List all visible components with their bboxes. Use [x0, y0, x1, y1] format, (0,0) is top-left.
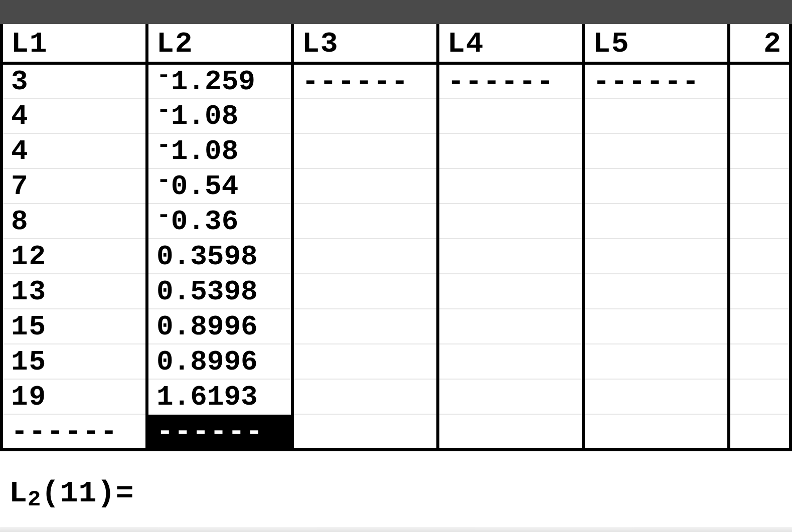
cell-L5[interactable]: [583, 239, 729, 274]
cell-L3[interactable]: [292, 204, 438, 239]
cell-L1[interactable]: 8: [2, 204, 147, 239]
table-row: ------------: [2, 414, 790, 449]
cell-L4[interactable]: [438, 274, 583, 309]
table-row: 7-0.54: [2, 168, 790, 204]
row-indicator-cell: [729, 168, 790, 204]
cell-L4[interactable]: ------: [438, 63, 583, 98]
cell-L3[interactable]: [292, 98, 438, 133]
table-row: 150.8996: [2, 309, 790, 344]
row-indicator-cell: [729, 414, 790, 449]
cell-L2[interactable]: 0.5398: [147, 274, 292, 309]
list-editor-screen: L1 L2 L3 L4 L5 2 3-1.259----------------…: [0, 24, 792, 510]
table-row: 120.3598: [2, 239, 790, 274]
cell-L4[interactable]: [438, 309, 583, 344]
cell-L5[interactable]: [583, 98, 729, 133]
row-indicator-cell: [729, 133, 790, 168]
cell-L3[interactable]: [292, 168, 438, 204]
entry-list-name: L2: [9, 476, 41, 510]
cell-L5[interactable]: ------: [583, 63, 729, 98]
cell-L1[interactable]: 15: [2, 344, 147, 379]
table-row: 191.6193: [2, 379, 790, 414]
cell-L2[interactable]: 1.6193: [147, 379, 292, 414]
col-header-L4[interactable]: L4: [438, 24, 583, 63]
cell-L2[interactable]: 0.3598: [147, 239, 292, 274]
row-indicator-cell: [729, 274, 790, 309]
cell-L3[interactable]: ------: [292, 63, 438, 98]
cell-L2[interactable]: -0.54: [147, 168, 292, 204]
cell-L1[interactable]: 4: [2, 98, 147, 133]
cursor-cell[interactable]: ------: [147, 414, 292, 449]
entry-index: 11: [60, 476, 97, 510]
table-row: 3-1.259------------------: [2, 63, 790, 98]
cell-L5[interactable]: [583, 204, 729, 239]
row-indicator-cell: [729, 63, 790, 98]
cell-L1[interactable]: 12: [2, 239, 147, 274]
table-row: 130.5398: [2, 274, 790, 309]
cell-L4[interactable]: [438, 204, 583, 239]
col-header-L3[interactable]: L3: [292, 24, 438, 63]
cell-L5[interactable]: [583, 379, 729, 414]
cell-L2[interactable]: 0.8996: [147, 309, 292, 344]
table-row: 4-1.08: [2, 98, 790, 133]
cell-L5[interactable]: [583, 168, 729, 204]
entry-line[interactable]: L2(11)=: [0, 451, 792, 510]
row-indicator-cell: [729, 204, 790, 239]
row-indicator-cell: [729, 344, 790, 379]
row-indicator-cell: [729, 239, 790, 274]
cell-L1[interactable]: 7: [2, 168, 147, 204]
col-header-L5[interactable]: L5: [583, 24, 729, 63]
cell-L1[interactable]: 4: [2, 133, 147, 168]
cell-L2[interactable]: 0.8996: [147, 344, 292, 379]
cell-L1[interactable]: 19: [2, 379, 147, 414]
row-indicator-cell: [729, 379, 790, 414]
cell-L5[interactable]: [583, 274, 729, 309]
cell-L3[interactable]: [292, 133, 438, 168]
table-row: 150.8996: [2, 344, 790, 379]
cell-L4[interactable]: [438, 239, 583, 274]
cell-L4[interactable]: [438, 133, 583, 168]
cell-L4[interactable]: [438, 414, 583, 449]
cell-L3[interactable]: [292, 344, 438, 379]
row-indicator-cell: [729, 98, 790, 133]
bottom-edge: [0, 527, 792, 532]
cell-L2[interactable]: -1.259: [147, 63, 292, 98]
cell-L1[interactable]: 3: [2, 63, 147, 98]
cell-L2[interactable]: -1.08: [147, 133, 292, 168]
cell-L3[interactable]: [292, 414, 438, 449]
cell-L3[interactable]: [292, 274, 438, 309]
header-row: L1 L2 L3 L4 L5 2: [2, 24, 790, 63]
list-table-container: L1 L2 L3 L4 L5 2 3-1.259----------------…: [0, 24, 792, 451]
cell-L2[interactable]: -1.08: [147, 98, 292, 133]
cell-L1[interactable]: ------: [2, 414, 147, 449]
cell-L5[interactable]: [583, 133, 729, 168]
col-header-L1[interactable]: L1: [2, 24, 147, 63]
cell-L3[interactable]: [292, 239, 438, 274]
table-row: 4-1.08: [2, 133, 790, 168]
cell-L4[interactable]: [438, 344, 583, 379]
cell-L2[interactable]: -0.36: [147, 204, 292, 239]
cell-L3[interactable]: [292, 379, 438, 414]
entry-equals: =: [115, 476, 134, 510]
col-indicator: 2: [729, 24, 790, 63]
cell-L5[interactable]: [583, 414, 729, 449]
cell-L4[interactable]: [438, 168, 583, 204]
row-indicator-cell: [729, 309, 790, 344]
cell-L3[interactable]: [292, 309, 438, 344]
cell-L5[interactable]: [583, 309, 729, 344]
window-titlebar: [0, 0, 792, 24]
entry-open-paren: (: [41, 476, 60, 510]
cell-L1[interactable]: 15: [2, 309, 147, 344]
table-row: 8-0.36: [2, 204, 790, 239]
list-table[interactable]: L1 L2 L3 L4 L5 2 3-1.259----------------…: [0, 24, 792, 451]
cell-L1[interactable]: 13: [2, 274, 147, 309]
col-header-L2[interactable]: L2: [147, 24, 292, 63]
entry-close-paren: ): [97, 476, 115, 510]
cell-L4[interactable]: [438, 379, 583, 414]
cell-L4[interactable]: [438, 98, 583, 133]
cell-L5[interactable]: [583, 344, 729, 379]
